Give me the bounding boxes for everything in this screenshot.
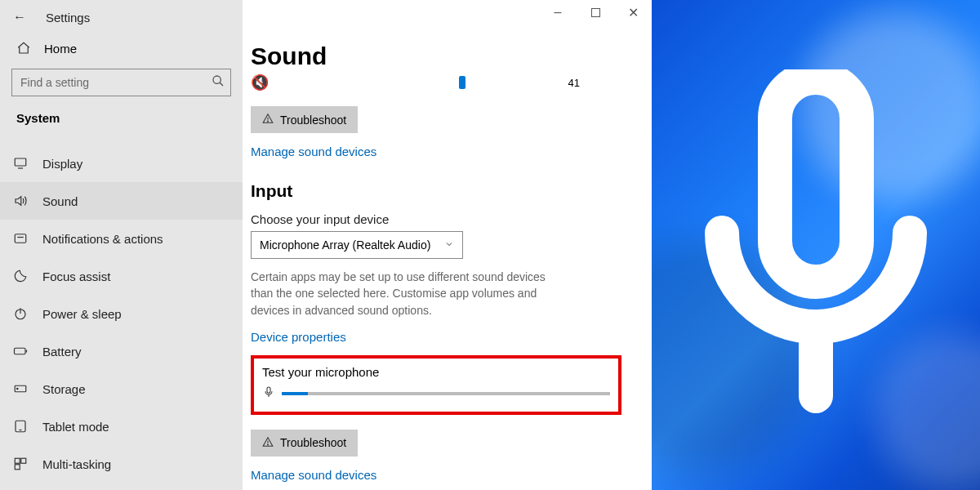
manage-input-devices-link[interactable]: Manage sound devices: [251, 468, 629, 482]
tablet-icon: [13, 419, 28, 434]
settings-sidebar: ← Settings Home System Display Sound: [0, 0, 243, 490]
sound-icon: [13, 194, 28, 208]
svg-point-0: [213, 76, 220, 83]
chevron-down-icon: [444, 238, 454, 252]
main-panel: – ✕ Sound 🔇 41 Troubleshoot Manage sound…: [243, 0, 652, 490]
troubleshoot-label: Troubleshoot: [280, 114, 346, 127]
mic-level-bar: [282, 392, 610, 395]
sidebar-item-label: Multi-tasking: [42, 457, 111, 471]
maximize-button[interactable]: [577, 0, 614, 24]
svg-rect-21: [267, 387, 270, 393]
volume-slider-thumb[interactable]: [459, 76, 466, 89]
category-heading: System: [11, 106, 231, 128]
sidebar-item-battery[interactable]: Battery: [0, 332, 243, 370]
troubleshoot-label: Troubleshoot: [280, 436, 346, 449]
sidebar-item-sound[interactable]: Sound: [0, 182, 243, 220]
search-icon: [212, 74, 225, 91]
svg-rect-16: [21, 458, 26, 463]
speaker-muted-icon: 🔇: [251, 74, 269, 91]
input-description: Certain apps may be set up to use differ…: [251, 269, 561, 318]
svg-point-24: [268, 444, 269, 445]
sidebar-item-tablet-mode[interactable]: Tablet mode: [0, 408, 243, 445]
test-microphone-highlight: Test your microphone: [251, 355, 621, 415]
svg-rect-17: [15, 465, 20, 470]
sidebar-item-label: Storage: [42, 382, 86, 396]
sidebar-item-notifications[interactable]: Notifications & actions: [0, 220, 243, 257]
sidebar-item-label: Focus assist: [42, 270, 110, 283]
svg-point-20: [268, 121, 269, 122]
sidebar-item-power-sleep[interactable]: Power & sleep: [0, 295, 243, 332]
troubleshoot-output-button[interactable]: Troubleshoot: [251, 106, 358, 133]
sidebar-item-focus-assist[interactable]: Focus assist: [0, 257, 243, 295]
large-microphone-icon: [697, 69, 934, 421]
sidebar-item-storage[interactable]: Storage: [0, 370, 243, 408]
choose-input-label: Choose your input device: [251, 212, 629, 226]
input-heading: Input: [251, 181, 629, 201]
troubleshoot-input-button[interactable]: Troubleshoot: [251, 430, 358, 457]
back-button[interactable]: ←: [13, 10, 26, 24]
minimize-button[interactable]: –: [539, 0, 577, 24]
home-nav[interactable]: Home: [11, 33, 231, 64]
sidebar-item-label: Battery: [42, 345, 82, 359]
battery-icon: [13, 344, 28, 359]
decorative-panel: [652, 0, 980, 490]
sidebar-item-label: Notifications & actions: [42, 232, 163, 246]
svg-rect-18: [591, 8, 599, 16]
search-container: [11, 69, 231, 96]
microphone-icon: [262, 385, 275, 402]
warning-icon: [262, 436, 274, 450]
close-button[interactable]: ✕: [614, 0, 652, 24]
svg-rect-25: [775, 78, 857, 282]
sidebar-item-label: Sound: [42, 194, 78, 208]
mic-level-fill: [282, 392, 308, 395]
power-icon: [13, 306, 28, 321]
home-label: Home: [44, 42, 77, 56]
svg-rect-9: [15, 348, 26, 354]
multitasking-icon: [13, 457, 28, 471]
volume-row: 🔇 41: [251, 74, 629, 91]
manage-output-devices-link[interactable]: Manage sound devices: [251, 145, 629, 158]
page-title: Sound: [251, 42, 629, 70]
device-properties-link[interactable]: Device properties: [251, 330, 629, 344]
window-controls: – ✕: [539, 0, 652, 24]
svg-marker-4: [16, 197, 21, 206]
svg-rect-5: [15, 234, 26, 243]
input-device-select[interactable]: Microphone Array (Realtek Audio): [251, 231, 463, 259]
warning-icon: [262, 113, 274, 127]
svg-point-12: [17, 388, 19, 390]
input-device-value: Microphone Array (Realtek Audio): [260, 238, 430, 252]
sidebar-item-multitasking[interactable]: Multi-tasking: [0, 445, 243, 483]
svg-rect-2: [15, 158, 26, 166]
app-title: Settings: [46, 11, 90, 24]
sidebar-item-label: Display: [42, 157, 82, 171]
home-icon: [16, 41, 31, 56]
storage-icon: [13, 381, 28, 396]
svg-line-1: [220, 82, 223, 86]
test-mic-label: Test your microphone: [262, 365, 610, 379]
sidebar-item-label: Power & sleep: [42, 307, 122, 321]
focus-assist-icon: [13, 269, 28, 283]
display-icon: [13, 156, 28, 171]
sidebar-menu: Display Sound Notifications & actions Fo…: [0, 145, 243, 483]
sidebar-item-label: Tablet mode: [42, 420, 109, 434]
sidebar-item-display[interactable]: Display: [0, 145, 243, 182]
notifications-icon: [13, 231, 28, 246]
svg-rect-15: [15, 458, 20, 463]
volume-value: 41: [568, 77, 580, 89]
search-input[interactable]: [11, 69, 231, 96]
